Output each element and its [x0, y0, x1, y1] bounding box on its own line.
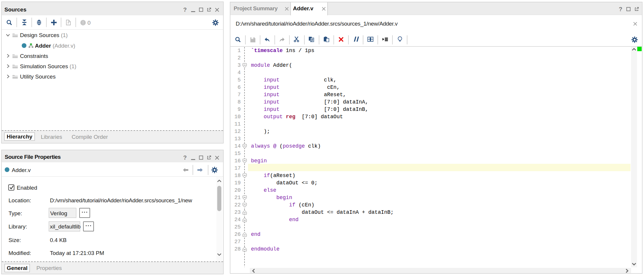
svg-text:?: ? — [67, 21, 69, 25]
